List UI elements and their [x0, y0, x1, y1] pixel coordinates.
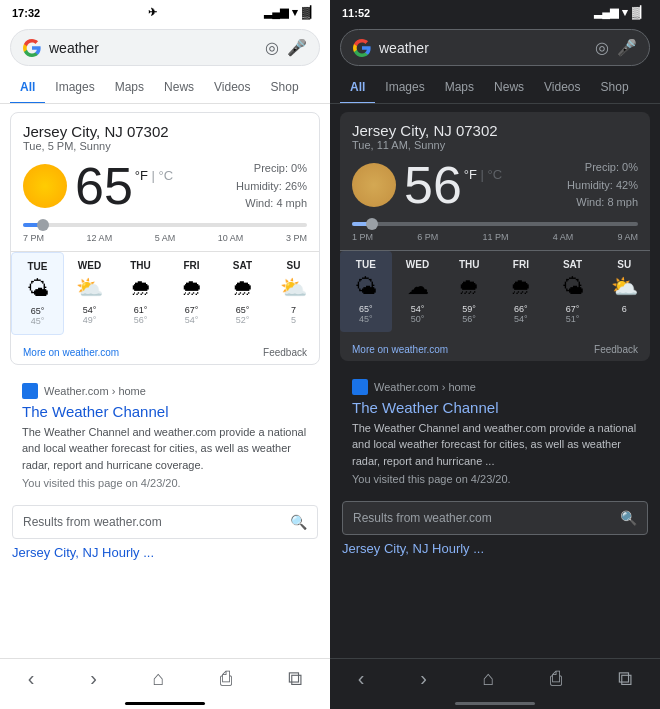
- result-title-dark[interactable]: The Weather Channel: [352, 399, 638, 416]
- status-nav-light: ✈: [148, 6, 157, 19]
- city-dark: Jersey City, NJ 07302: [352, 122, 638, 139]
- tab-all-light[interactable]: All: [10, 72, 45, 104]
- nav-forward-light[interactable]: ›: [90, 667, 97, 690]
- sun-icon-light: [23, 164, 67, 208]
- result-visited-dark: You visited this page on 4/23/20.: [352, 473, 638, 485]
- nav-bar-light: ‹ › ⌂ ⎙ ⧉: [0, 658, 330, 702]
- weather-main-light: 65 °F | °C Precip: 0% Humidity: 26% Wind…: [11, 154, 319, 219]
- inline-search-dark[interactable]: Results from weather.com 🔍: [342, 501, 648, 535]
- search-query-light: weather: [49, 40, 257, 56]
- nav-forward-dark[interactable]: ›: [420, 667, 427, 690]
- status-bar-light: 17:32 ✈ ▂▄▆ ▾ ▓▏: [0, 0, 330, 23]
- day-sat-dark[interactable]: SAT 🌤 67°51°: [547, 251, 599, 332]
- day-wed-light[interactable]: WED ⛅ 54°49°: [64, 252, 115, 335]
- nav-home-light[interactable]: ⌂: [153, 667, 165, 690]
- tab-videos-light[interactable]: Videos: [204, 72, 260, 104]
- feedback-link-light[interactable]: Feedback: [263, 347, 307, 358]
- tab-news-light[interactable]: News: [154, 72, 204, 104]
- hourly-slider-dark[interactable]: [352, 222, 638, 226]
- home-indicator-light: [125, 702, 205, 705]
- mic-icon-light[interactable]: 🎤: [287, 38, 307, 57]
- lens-icon-light[interactable]: ◎: [265, 38, 279, 57]
- search-icon-dark: 🔍: [620, 510, 637, 526]
- web-result-dark: Weather.com › home The Weather Channel T…: [340, 369, 650, 496]
- panel-scroll-dark: Jersey City, NJ 07302 Tue, 11 AM, Sunny …: [330, 104, 660, 658]
- day-tue-dark[interactable]: TUE 🌤 65°45°: [340, 251, 392, 332]
- nav-tabs-dark[interactable]: ⧉: [618, 667, 632, 690]
- city-light: Jersey City, NJ 07302: [23, 123, 307, 140]
- weather-location-dark: Jersey City, NJ 07302 Tue, 11 AM, Sunny: [340, 112, 650, 153]
- temp-unit-light: °F | °C: [135, 160, 173, 183]
- nav-back-light[interactable]: ‹: [28, 667, 35, 690]
- day-fri-light[interactable]: FRI 🌧 67°54°: [166, 252, 217, 335]
- tab-shop-light[interactable]: Shop: [261, 72, 309, 104]
- more-link-dark[interactable]: More on weather.com: [352, 344, 448, 355]
- result-source-light: Weather.com › home: [22, 383, 308, 399]
- more-link-light[interactable]: More on weather.com: [23, 347, 119, 358]
- nav-tabs-light[interactable]: ⧉: [288, 667, 302, 690]
- weekly-forecast-light: TUE 🌤 65°45° WED ⛅ 54°49° THU 🌧 61°56° F…: [11, 251, 319, 335]
- tab-maps-dark[interactable]: Maps: [435, 72, 484, 104]
- time-labels-light: 7 PM 12 AM 5 AM 10 AM 3 PM: [11, 231, 319, 245]
- tab-all-dark[interactable]: All: [340, 72, 375, 104]
- weekly-forecast-dark: TUE 🌤 65°45° WED ☁ 54°50° THU 🌧 59°56° F…: [340, 250, 650, 332]
- tab-maps-light[interactable]: Maps: [105, 72, 154, 104]
- card-footer-dark: More on weather.com Feedback: [340, 338, 650, 361]
- status-icons-light: ▂▄▆ ▾ ▓▏: [264, 6, 318, 19]
- panel-scroll-light: Jersey City, NJ 07302 Tue, 5 PM, Sunny 6…: [0, 104, 330, 658]
- day-thu-dark[interactable]: THU 🌧 59°56°: [443, 251, 495, 332]
- temp-display-light: 65 °F | °C: [75, 160, 173, 212]
- feedback-link-dark[interactable]: Feedback: [594, 344, 638, 355]
- result-visited-light: You visited this page on 4/23/20.: [22, 477, 308, 489]
- weather-details-dark: Precip: 0% Humidity: 42% Wind: 8 mph: [567, 159, 638, 212]
- temp-number-light: 65: [75, 160, 133, 212]
- battery-dark: ▓▏: [632, 6, 648, 19]
- tab-images-light[interactable]: Images: [45, 72, 104, 104]
- nav-share-dark[interactable]: ⎙: [550, 667, 562, 690]
- time-light: 17:32: [12, 7, 40, 19]
- source-icon-dark: [352, 379, 368, 395]
- temp-number-dark: 56: [404, 159, 462, 211]
- search-query-dark: weather: [379, 40, 587, 56]
- wifi-dark: ▾: [622, 6, 628, 19]
- day-fri-dark[interactable]: FRI 🌧 66°54°: [495, 251, 547, 332]
- day-su-light[interactable]: SU ⛅ 75: [268, 252, 319, 335]
- search-bar-dark[interactable]: weather ◎ 🎤: [340, 29, 650, 66]
- bottom-link-dark[interactable]: Jersey City, NJ Hourly ...: [342, 541, 648, 556]
- weather-details-light: Precip: 0% Humidity: 26% Wind: 4 mph: [236, 160, 307, 213]
- search-bar-light[interactable]: weather ◎ 🎤: [10, 29, 320, 66]
- result-title-light[interactable]: The Weather Channel: [22, 403, 308, 420]
- temp-display-dark: 56 °F | °C: [404, 159, 502, 211]
- day-wed-dark[interactable]: WED ☁ 54°50°: [392, 251, 444, 332]
- card-footer-light: More on weather.com Feedback: [11, 341, 319, 364]
- sun-icon-dark: [352, 163, 396, 207]
- day-su-dark[interactable]: SU ⛅ 6: [598, 251, 650, 332]
- hourly-slider-light[interactable]: [23, 223, 307, 227]
- tab-images-dark[interactable]: Images: [375, 72, 434, 104]
- signal-dark: ▂▄▆: [594, 6, 618, 19]
- slider-handle-light: [37, 219, 49, 231]
- tab-shop-dark[interactable]: Shop: [591, 72, 639, 104]
- mic-icon-dark[interactable]: 🎤: [617, 38, 637, 57]
- panel-light: 17:32 ✈ ▂▄▆ ▾ ▓▏ weather ◎ 🎤 All Images …: [0, 0, 330, 709]
- bottom-link-light[interactable]: Jersey City, NJ Hourly ...: [12, 545, 318, 560]
- result-snippet-light: The Weather Channel and weather.com prov…: [22, 424, 308, 474]
- nav-share-light[interactable]: ⎙: [220, 667, 232, 690]
- time-labels-dark: 1 PM 6 PM 11 PM 4 AM 9 AM: [340, 230, 650, 244]
- wifi-light: ▾: [292, 6, 298, 19]
- day-tue-light[interactable]: TUE 🌤 65°45°: [11, 252, 64, 335]
- inline-search-light[interactable]: Results from weather.com 🔍: [12, 505, 318, 539]
- panel-dark: 11:52 ▂▄▆ ▾ ▓▏ weather ◎ 🎤 All Images Ma…: [330, 0, 660, 709]
- weather-main-dark: 56 °F | °C Precip: 0% Humidity: 42% Wind…: [340, 153, 650, 218]
- lens-icon-dark[interactable]: ◎: [595, 38, 609, 57]
- day-sat-light[interactable]: SAT 🌧 65°52°: [217, 252, 268, 335]
- nav-bar-dark: ‹ › ⌂ ⎙ ⧉: [330, 658, 660, 702]
- result-snippet-dark: The Weather Channel and weather.com prov…: [352, 420, 638, 470]
- day-thu-light[interactable]: THU 🌧 61°56°: [115, 252, 166, 335]
- nav-back-dark[interactable]: ‹: [358, 667, 365, 690]
- search-icon-light: 🔍: [290, 514, 307, 530]
- tab-videos-dark[interactable]: Videos: [534, 72, 590, 104]
- tab-news-dark[interactable]: News: [484, 72, 534, 104]
- time-dark: 11:52: [342, 7, 370, 19]
- nav-home-dark[interactable]: ⌂: [483, 667, 495, 690]
